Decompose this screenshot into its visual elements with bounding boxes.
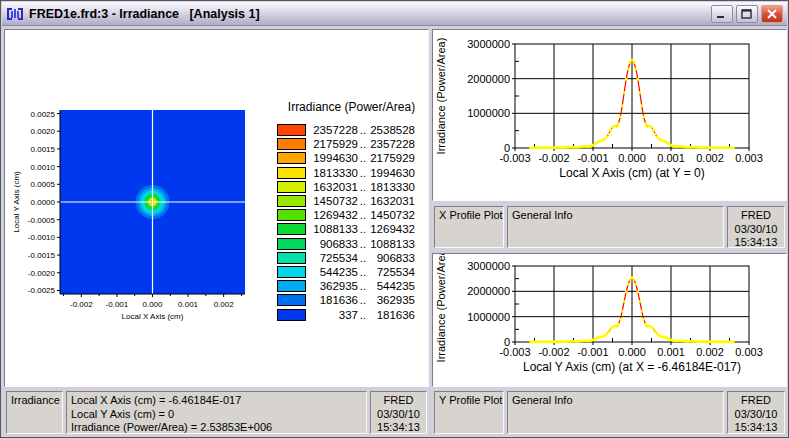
legend-range-low: 1269432 [311, 209, 358, 221]
window-title: FRED1e.frd:3 - Irradiance [Analysis 1] [29, 3, 708, 25]
maximize-button[interactable] [736, 5, 758, 23]
x-tick-label: -0.002 [70, 300, 93, 309]
data-marker [627, 68, 630, 71]
data-marker [732, 146, 735, 149]
y-tick-label: -0.0005 [28, 216, 56, 225]
y-tick-label: 0.0005 [31, 180, 56, 189]
data-marker [609, 129, 612, 132]
data-marker [625, 291, 628, 294]
y-profile-chart[interactable]: -0.003-0.002-0.0010.0000.0010.0020.00301… [433, 254, 786, 386]
legend-row: 1994630..2175929 [277, 151, 426, 165]
x-profile-chart[interactable]: -0.003-0.002-0.0010.0000.0010.0020.00301… [433, 30, 786, 200]
legend-range-low: 1813330 [311, 167, 358, 179]
legend-row: 181636..362935 [277, 293, 426, 307]
legend-range-low: 544235 [311, 266, 358, 278]
x-tick-label: 0.001 [657, 152, 685, 164]
data-marker [639, 91, 642, 94]
data-marker [621, 104, 624, 107]
legend-range-high: 1088133 [368, 238, 415, 250]
y-tick-label: 1000000 [467, 107, 510, 119]
x-axis-label: Local X Axis (cm) [122, 312, 184, 321]
legend-range-low: 2175929 [311, 138, 358, 150]
y-tick-label: 0.0010 [31, 163, 56, 172]
data-marker [633, 278, 636, 281]
stamp-time: 15:34:13 [732, 421, 780, 434]
app-name: FRED [732, 394, 780, 408]
legend-range-separator: .. [358, 167, 368, 179]
y-tick-label: -0.0010 [28, 233, 56, 242]
legend-row: 1450732..1632031 [277, 194, 426, 208]
legend-swatch [277, 309, 306, 321]
data-marker [652, 129, 655, 132]
data-marker [607, 133, 610, 136]
legend-range-separator: .. [358, 294, 368, 306]
irradiance-map-panel[interactable]: -0.002-0.0010.0000.0010.0020.00250.00200… [4, 29, 429, 387]
data-marker [617, 323, 620, 326]
y-tick-label: 0 [504, 142, 510, 154]
data-marker [644, 122, 647, 125]
data-marker [650, 326, 653, 329]
data-marker [654, 331, 657, 334]
y-tick-label: 1000000 [467, 311, 510, 323]
legend-range-high: 1994630 [368, 167, 415, 179]
data-marker [650, 126, 653, 129]
y-tick-label: 0 [504, 336, 510, 348]
x-profile-status-bar: X Profile Plot General Info FRED 03/30/1… [432, 204, 787, 250]
y-tick-label: -0.0020 [28, 269, 56, 278]
legend-swatch [277, 238, 306, 250]
x-tick-label: 0.000 [618, 346, 646, 358]
legend-rows: 2357228..25385282175929..23572281994630.… [277, 123, 426, 322]
legend-swatch [277, 195, 306, 207]
title-bar[interactable]: FRED1e.frd:3 - Irradiance [Analysis 1] [2, 2, 787, 26]
legend-range-separator: .. [358, 252, 368, 264]
app-icon[interactable] [6, 6, 24, 22]
status-title: Irradiance [11, 394, 58, 408]
readout-local-y: Local Y Axis (cm) = 0 [71, 408, 362, 422]
y-axis-label: Irradiance (Power/Area) [435, 38, 447, 155]
data-marker [621, 310, 624, 313]
legend-title: Irradiance (Power/Area) [277, 100, 426, 114]
close-icon [766, 9, 778, 19]
data-marker [640, 104, 643, 107]
legend-row: 337..181636 [277, 307, 426, 321]
data-marker [631, 59, 634, 62]
legend-row: 1088133..1269432 [277, 222, 426, 236]
y-profile-panel[interactable]: -0.003-0.002-0.0010.0000.0010.0020.00301… [432, 253, 787, 387]
data-marker [623, 91, 626, 94]
legend-range-separator: .. [358, 238, 368, 250]
data-marker [605, 333, 608, 336]
data-marker [619, 318, 622, 321]
x-profile-panel[interactable]: -0.003-0.002-0.0010.0000.0010.0020.00301… [432, 29, 787, 201]
y-tick-label: 0.0000 [31, 198, 56, 207]
data-marker [607, 331, 610, 334]
legend-range-low: 1088133 [311, 223, 358, 235]
y-tick-label: 0.0015 [31, 145, 56, 154]
legend-row: 2357228..2538528 [277, 123, 426, 137]
readout-local-x: Local X Axis (cm) = -6.46184E-017 [71, 394, 362, 408]
legend-range-low: 725534 [311, 252, 358, 264]
status-title: X Profile Plot [439, 209, 499, 223]
data-marker [732, 341, 735, 344]
legend-range-high: 181636 [368, 309, 415, 321]
y-tick-label: 0.0025 [31, 110, 56, 119]
legend-range-high: 906833 [368, 252, 415, 264]
app-name: FRED [732, 209, 780, 223]
legend-swatch [277, 167, 306, 179]
stamp-date: 03/30/10 [732, 408, 780, 422]
x-tick-label: 0.003 [735, 346, 763, 358]
close-button[interactable] [761, 5, 783, 23]
legend-row: 1813330..1994630 [277, 166, 426, 180]
y-tick-label: 3000000 [467, 38, 510, 50]
maximize-icon [741, 9, 753, 19]
app-name: FRED [375, 394, 422, 408]
legend-swatch [277, 280, 306, 292]
legend-range-low: 2357228 [311, 124, 358, 136]
y-tick-label: -0.0015 [28, 251, 56, 260]
legend-range-separator: .. [358, 266, 368, 278]
general-info-cell: General Info [507, 206, 724, 248]
status-title: Y Profile Plot [439, 394, 499, 408]
minimize-button[interactable] [711, 5, 733, 23]
legend-swatch [277, 152, 306, 164]
status-title-cell: Y Profile Plot [434, 391, 504, 434]
data-marker [617, 122, 620, 125]
